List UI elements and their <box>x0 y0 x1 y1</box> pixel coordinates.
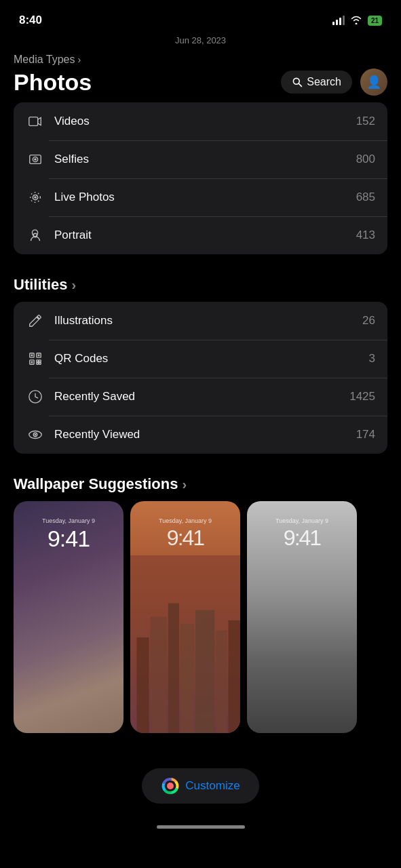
wallpaper-section: Wallpaper Suggestions › Tuesday, January… <box>0 475 401 736</box>
utilities-chevron-icon: › <box>71 277 76 293</box>
wallpaper-heading-text: Wallpaper Suggestions <box>14 475 178 493</box>
status-icons: 21 <box>332 15 382 26</box>
signal-icon <box>332 16 345 25</box>
customize-row: Customize <box>0 757 401 820</box>
wallpaper-date: Tuesday, January 9 <box>130 517 240 524</box>
live-photos-count: 685 <box>356 191 375 204</box>
svg-point-24 <box>167 783 174 789</box>
qr-codes-count: 3 <box>369 352 375 366</box>
utilities-list: Illustrations 26 QR Codes <box>14 302 387 454</box>
battery-icon: 21 <box>368 16 382 26</box>
customize-button[interactable]: Customize <box>142 768 259 804</box>
utilities-heading[interactable]: Utilities › <box>14 276 387 294</box>
wallpaper-date: Tuesday, January 9 <box>14 517 123 524</box>
list-item[interactable]: Recently Viewed 174 <box>14 416 387 454</box>
media-types-list: Videos 152 Selfies 800 <box>14 102 387 254</box>
wallpaper-heading[interactable]: Wallpaper Suggestions › <box>14 475 387 493</box>
svg-rect-19 <box>37 363 39 365</box>
page-title: Photos <box>14 69 92 96</box>
search-label: Search <box>307 76 341 88</box>
videos-label: Videos <box>54 115 356 128</box>
media-types-section: Videos 152 Selfies 800 <box>0 102 401 254</box>
videos-count: 152 <box>356 115 375 128</box>
live-photos-label: Live Photos <box>54 191 356 204</box>
selfies-label: Selfies <box>54 153 356 166</box>
svg-line-1 <box>299 83 302 86</box>
svg-rect-2 <box>29 117 38 126</box>
svg-rect-20 <box>39 363 41 365</box>
wallpaper-time: Tuesday, January 9 9:41 <box>247 517 357 551</box>
portrait-icon <box>26 226 45 245</box>
recently-viewed-label: Recently Viewed <box>54 428 356 441</box>
svg-rect-14 <box>38 355 40 357</box>
qr-codes-label: QR Codes <box>54 352 369 366</box>
wifi-icon <box>350 15 362 26</box>
status-time: 8:40 <box>19 14 42 27</box>
svg-rect-16 <box>31 361 33 363</box>
avatar[interactable]: 👤 <box>360 68 387 96</box>
wallpaper-card[interactable]: Tuesday, January 9 9:41 <box>14 501 123 733</box>
wallpaper-time: Tuesday, January 9 9:41 <box>130 517 240 551</box>
svg-point-23 <box>35 434 37 436</box>
wallpaper-card[interactable]: Tuesday, January 9 9:41 <box>247 501 357 733</box>
live-photos-icon <box>26 188 45 207</box>
wallpaper-date: Tuesday, January 9 <box>247 517 357 524</box>
illustrations-count: 26 <box>362 314 375 328</box>
selfies-count: 800 <box>356 153 375 166</box>
illustrations-icon <box>26 311 45 330</box>
svg-point-5 <box>34 158 37 161</box>
wallpaper-clock: 9:41 <box>47 526 90 551</box>
portrait-count: 413 <box>356 229 375 242</box>
header-actions: Search 👤 <box>281 68 387 96</box>
customize-label: Customize <box>185 779 240 793</box>
qr-codes-icon <box>26 349 45 368</box>
breadcrumb-text: Media Types <box>14 54 75 66</box>
header-row: Photos Search 👤 <box>14 68 387 96</box>
status-bar: 8:40 21 <box>0 0 401 33</box>
utilities-section: Utilities › Illustrations 26 <box>0 276 401 454</box>
svg-rect-12 <box>31 355 33 357</box>
list-item[interactable]: Recently Saved 1425 <box>14 378 387 416</box>
list-item[interactable]: Illustrations 26 <box>14 302 387 340</box>
svg-point-9 <box>34 196 37 199</box>
list-item[interactable]: Videos 152 <box>14 102 387 140</box>
search-icon <box>292 77 303 87</box>
recently-viewed-count: 174 <box>356 428 375 441</box>
home-bar <box>157 825 245 829</box>
breadcrumb-chevron-icon: › <box>77 54 81 65</box>
illustrations-label: Illustrations <box>54 314 362 328</box>
selfie-icon <box>26 150 45 169</box>
wallpaper-time: Tuesday, January 9 9:41 <box>14 517 123 552</box>
svg-rect-18 <box>39 360 41 362</box>
wallpaper-card[interactable]: Tuesday, January 9 9:41 <box>130 501 240 733</box>
recently-saved-count: 1425 <box>349 390 375 403</box>
breadcrumb[interactable]: Media Types › <box>14 54 387 66</box>
home-indicator <box>0 820 401 837</box>
video-icon <box>26 112 45 131</box>
wallpaper-scroll[interactable]: Tuesday, January 9 9:41 Tuesday, January… <box>14 501 387 736</box>
wallpaper-clock: 9:41 <box>167 526 204 550</box>
city-overlay <box>130 555 240 733</box>
wallpaper-chevron-icon: › <box>182 477 187 492</box>
header: Media Types › Photos Search 👤 <box>0 51 401 102</box>
svg-rect-17 <box>37 360 39 362</box>
search-button[interactable]: Search <box>281 71 352 94</box>
recently-viewed-icon <box>26 425 45 444</box>
portrait-label: Portrait <box>54 229 356 242</box>
recently-saved-icon <box>26 387 45 406</box>
photos-logo-icon <box>161 776 180 795</box>
list-item[interactable]: Selfies 800 <box>14 140 387 178</box>
list-item[interactable]: Portrait 413 <box>14 216 387 254</box>
recently-saved-label: Recently Saved <box>54 390 349 403</box>
wallpaper-clock: 9:41 <box>284 526 320 550</box>
date-separator: Jun 28, 2023 <box>0 33 401 51</box>
list-item[interactable]: QR Codes 3 <box>14 340 387 378</box>
utilities-heading-text: Utilities <box>14 276 67 294</box>
list-item[interactable]: Live Photos 685 <box>14 178 387 216</box>
